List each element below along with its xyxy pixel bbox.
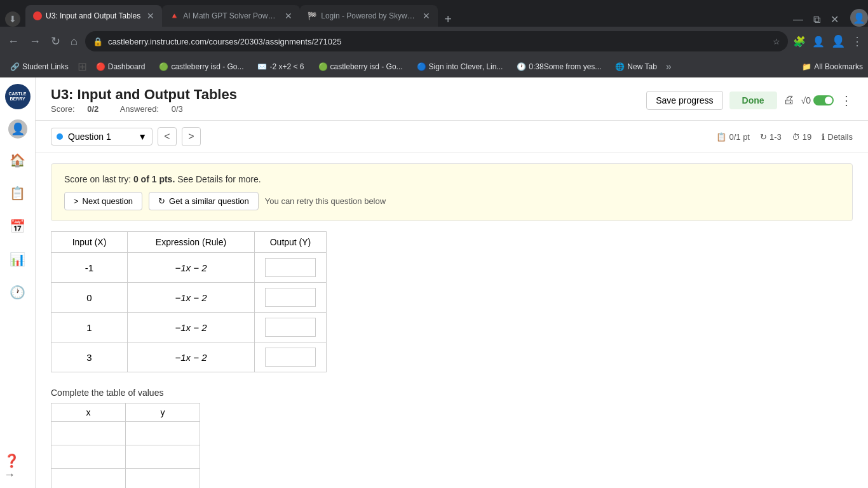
io-input-2: 1 [51, 313, 128, 342]
output-input-3[interactable] [265, 348, 316, 367]
sidebar-arrow-icon[interactable]: → [0, 464, 19, 485]
tab-close-login[interactable]: ✕ [423, 11, 430, 21]
io-table-row: 0−1x − 2 [51, 283, 327, 313]
bookmark-label-dash: Dashboard [108, 62, 146, 71]
bookmark-student-links[interactable]: 🔗 Student Links [5, 61, 74, 72]
tab-title-ai: AI Math GPT Solver Powered b... [183, 11, 278, 20]
bookmark-icon-cast1: 🟢 [159, 62, 168, 71]
prev-question-button[interactable]: < [158, 127, 177, 146]
bookmark-label-clever: Sign into Clever, Lin... [429, 62, 503, 71]
tab-close-u3[interactable]: ✕ [147, 11, 154, 21]
sidebar-history-icon[interactable]: 🕐 [6, 281, 29, 304]
score-label: Score: [51, 104, 75, 114]
tab-close-ai[interactable]: ✕ [285, 11, 292, 21]
complete-x-input-2[interactable] [57, 471, 120, 488]
more-options-icon[interactable]: ⋮ [851, 34, 863, 48]
complete-x-input-0[interactable] [57, 424, 120, 442]
question-dropdown-label: Question 1 [68, 132, 111, 142]
header-actions: Save progress Done 🖨 √0 ⋮ [646, 91, 853, 110]
back-button[interactable]: ← [5, 32, 22, 51]
forward-button[interactable]: → [27, 32, 43, 51]
tab-login[interactable]: 🏁 Login - Powered by Skyward ✕ [300, 5, 438, 27]
close-window-button[interactable]: ✕ [827, 12, 843, 27]
extensions-icon[interactable]: 🧩 [793, 36, 806, 48]
refresh-icon: ↻ [158, 196, 165, 206]
toggle-switch[interactable] [813, 95, 834, 105]
avatar[interactable]: 👤 [8, 119, 27, 139]
bookmark-castleberry2[interactable]: 🟢 castleberry isd - Go... [313, 61, 408, 72]
bookmark-math[interactable]: ✉️ -2 x+2 < 6 [252, 61, 309, 72]
profile-icon[interactable]: 👤 [812, 36, 825, 48]
bookmark-dashboard[interactable]: 🔴 Dashboard [91, 61, 151, 72]
next-question-button[interactable]: > Next question [64, 192, 142, 210]
io-input-3: 3 [51, 342, 128, 372]
similar-question-button[interactable]: ↻ Get a similar question [149, 192, 259, 210]
question-dropdown[interactable]: Question 1 ▼ [51, 128, 153, 146]
bookmark-label-cast2: castleberry isd - Go... [330, 62, 403, 71]
bookmark-label: Student Links [22, 62, 69, 71]
sidebar-reports-icon[interactable]: 📊 [6, 248, 29, 271]
attempts-text: 1-3 [770, 132, 782, 142]
bookmark-icon-newtab: 🌐 [615, 62, 625, 71]
address-bar[interactable]: 🔒 castleberry.instructure.com/courses/20… [85, 31, 788, 51]
output-input-0[interactable] [265, 258, 316, 277]
bookmark-clever[interactable]: 🔵 Sign into Clever, Lin... [412, 61, 508, 72]
account-icon[interactable]: 👤 [831, 34, 845, 48]
apps-icon[interactable]: ⊞ [78, 60, 87, 74]
tab-switcher-icon[interactable]: ⬇ [5, 11, 20, 27]
sidebar-home-icon[interactable]: 🏠 [6, 149, 29, 172]
io-input-0: -1 [51, 253, 128, 283]
output-input-1[interactable] [265, 288, 316, 307]
done-button[interactable]: Done [729, 92, 777, 109]
bookmarks-more-button[interactable]: » [666, 61, 672, 72]
details-label: Details [827, 132, 853, 142]
minimize-button[interactable]: — [789, 13, 807, 27]
chrome-profile-icon[interactable]: 👤 [850, 9, 868, 27]
dropdown-chevron-icon: ▼ [138, 132, 147, 142]
star-icon[interactable]: ☆ [773, 37, 780, 46]
output-input-2[interactable] [265, 318, 316, 337]
bookmark-castleberry1[interactable]: 🟢 castleberry isd - Go... [154, 61, 248, 72]
sidebar-calendar-icon[interactable]: 📅 [6, 215, 29, 238]
complete-y-input-0[interactable] [131, 424, 194, 442]
details-button[interactable]: ℹ Details [822, 132, 853, 142]
io-table: Input (X) Expression (Rule) Output (Y) -… [51, 231, 327, 372]
save-progress-button[interactable]: Save progress [646, 91, 722, 110]
io-expression-1: −1x − 2 [128, 283, 255, 313]
assignment-more-button[interactable]: ⋮ [840, 93, 853, 108]
tab-favicon [33, 11, 42, 20]
io-output-0 [255, 253, 327, 283]
remaining-text: 19 [803, 132, 811, 142]
main-content: U3: Input and Output Tables Score: 0/2 A… [36, 78, 868, 488]
question-selector: Question 1 ▼ < > [51, 127, 201, 146]
tab-u3[interactable]: U3: Input and Output Tables ✕ [25, 5, 162, 27]
io-table-row: -1−1x − 2 [51, 253, 327, 283]
address-text: castleberry.instructure.com/courses/2030… [108, 37, 768, 46]
assignment-title: U3: Input and Output Tables [51, 86, 237, 103]
complete-label: Complete the table of values [51, 388, 853, 398]
new-tab-button[interactable]: + [438, 12, 458, 27]
bookmark-newtab[interactable]: 🌐 New Tab [610, 61, 661, 72]
title-area: U3: Input and Output Tables Score: 0/2 A… [51, 86, 237, 114]
print-icon[interactable]: 🖨 [783, 93, 795, 107]
sqrt-toggle[interactable]: √0 [801, 95, 834, 105]
sidebar-logo: CASTLEBERRY [5, 84, 31, 109]
reload-button[interactable]: ↻ [48, 32, 63, 51]
complete-y-input-2[interactable] [131, 471, 194, 488]
complete-x-0 [51, 422, 126, 445]
bookmark-icon: 🔗 [10, 62, 20, 71]
bookmark-icon-math: ✉️ [257, 62, 267, 71]
home-button[interactable]: ⌂ [68, 32, 80, 51]
retry-icon: ↻ [760, 132, 767, 142]
complete-x-input-1[interactable] [57, 448, 120, 466]
next-question-button[interactable]: > [182, 127, 201, 146]
complete-table: x y [51, 403, 200, 488]
tab-ai[interactable]: 🔺 AI Math GPT Solver Powered b... ✕ [162, 5, 300, 27]
all-bookmarks-button[interactable]: 📁 All Bookmarks [802, 62, 863, 71]
bookmark-icon-dash: 🔴 [96, 62, 105, 71]
sidebar-assignments-icon[interactable]: 📋 [6, 182, 29, 205]
tab-favicon-login: 🏁 [308, 11, 317, 20]
maximize-button[interactable]: ⧉ [810, 13, 824, 27]
complete-y-input-1[interactable] [131, 448, 194, 466]
bookmark-timer[interactable]: 🕐 0:38Some from yes... [512, 61, 606, 72]
